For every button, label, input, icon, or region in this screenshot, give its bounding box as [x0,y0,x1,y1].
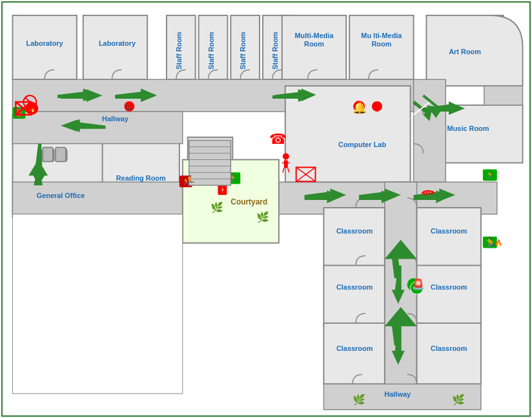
svg-text:🌿: 🌿 [353,393,365,406]
multimedia2b-label: Room [371,40,391,48]
svg-point-78 [283,154,289,160]
classroom4-label: Classroom [431,283,467,291]
svg-text:🚨: 🚨 [412,278,425,290]
svg-text:🌿: 🌿 [210,201,223,214]
staffroom2-label: Staff Room [207,32,215,70]
svg-rect-97 [56,148,66,162]
classroom5-label: Classroom [336,344,373,352]
svg-point-59 [372,101,382,112]
svg-rect-1 [12,15,76,79]
multimedia2-label: Mu lti-Media [361,32,402,39]
svg-rect-2 [83,15,147,79]
staffroom1-label: Staff Room [175,32,183,70]
staffroom4-label: Staff Room [271,32,279,70]
classroom6-label: Classroom [431,344,467,352]
svg-rect-96 [43,148,53,162]
svg-rect-22 [323,208,384,268]
classroom2-label: Classroom [431,227,467,235]
svg-rect-27 [417,323,481,384]
multimedia1-label: Multi-Media [294,32,334,39]
svg-rect-13 [414,79,446,182]
svg-text:🧯: 🧯 [219,186,227,194]
svg-rect-23 [417,208,481,268]
svg-rect-26 [323,323,384,384]
svg-text:🏃: 🏃 [185,175,196,186]
svg-text:☎: ☎ [269,131,287,147]
svg-rect-25 [417,265,481,326]
floor-plan-map: Laboratory Laboratory Staff Room Staff R… [1,1,531,417]
staffroom3-label: Staff Room [239,32,247,70]
multimedia1b-label: Room [304,40,324,48]
classroom1-label: Classroom [336,227,373,235]
svg-text:🌿: 🌿 [452,393,465,406]
lab2-label: Laboratory [99,39,136,47]
computerlab-label: Computer Lab [338,141,386,148]
svg-text:🔔: 🔔 [353,101,367,115]
classroom3-label: Classroom [336,283,373,291]
svg-text:🏃: 🏃 [486,170,495,179]
hallway1-label: Hallway [102,115,129,123]
generaloffice-label: General Office [37,192,85,199]
svg-text:🌿: 🌿 [256,211,269,223]
courtyard-label: Courtyard [230,197,267,206]
hallway2-label: Hallway [384,390,411,398]
svg-rect-24 [323,265,384,326]
svg-text:🔥: 🔥 [495,239,503,247]
svg-rect-79 [284,160,288,168]
svg-rect-29 [12,214,182,393]
musicroom-label: Music Room [447,124,489,132]
svg-rect-12 [484,86,523,105]
svg-text:📞: 📞 [126,104,132,110]
lab1-label: Laboratory [26,39,64,47]
artroom-label: Art Room [449,48,481,55]
readingroom-label: Reading Room [116,174,166,182]
